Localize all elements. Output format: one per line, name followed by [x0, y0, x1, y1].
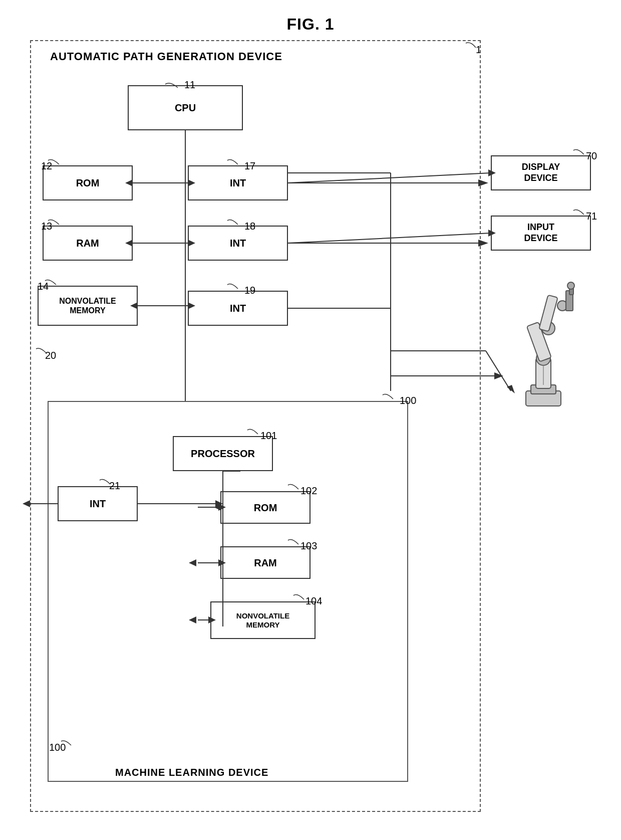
ref-102: 102	[300, 485, 317, 497]
display-device-block: DISPLAY DEVICE	[491, 155, 591, 190]
ref-20: 20	[45, 350, 56, 361]
cpu-block: CPU	[128, 85, 243, 130]
ref-11: 11	[184, 79, 195, 91]
ref-18: 18	[244, 221, 255, 232]
figure-title: FIG. 1	[0, 0, 621, 34]
robot-arm-illustration	[488, 281, 598, 411]
outer-device-label: AUTOMATIC PATH GENERATION DEVICE	[50, 50, 282, 63]
svg-marker-43	[23, 500, 30, 507]
ref-13: 13	[41, 221, 52, 232]
ram103-block: RAM	[220, 546, 310, 579]
int19-block: INT	[188, 291, 288, 326]
ref-70: 70	[586, 150, 597, 162]
input-device-block: INPUT DEVICE	[491, 216, 591, 251]
ml-device-label: MACHINE LEARNING DEVICE	[115, 767, 268, 778]
ref-14: 14	[38, 281, 49, 292]
ref-101: 101	[260, 430, 277, 442]
int17-block: INT	[188, 165, 288, 200]
nvm-block: NONVOLATILE MEMORY	[38, 286, 138, 326]
ref-71: 71	[586, 211, 597, 222]
processor-block: PROCESSOR	[173, 436, 273, 471]
ref-19: 19	[244, 285, 255, 296]
ref-104: 104	[305, 595, 322, 607]
int18-block: INT	[188, 226, 288, 261]
rom102-block: ROM	[220, 491, 310, 524]
int21-block: INT	[58, 486, 138, 521]
ref-12: 12	[41, 160, 52, 172]
nvm104-block: NONVOLATILE MEMORY	[210, 601, 316, 639]
rom-block: ROM	[43, 165, 133, 200]
ref-100-bot: 100	[49, 742, 66, 753]
ram-block: RAM	[43, 226, 133, 261]
ref-21: 21	[109, 480, 120, 492]
ref-103: 103	[300, 540, 317, 552]
ref-100-top: 100	[400, 395, 416, 406]
ref-17: 17	[244, 160, 255, 172]
svg-point-10	[567, 282, 574, 289]
